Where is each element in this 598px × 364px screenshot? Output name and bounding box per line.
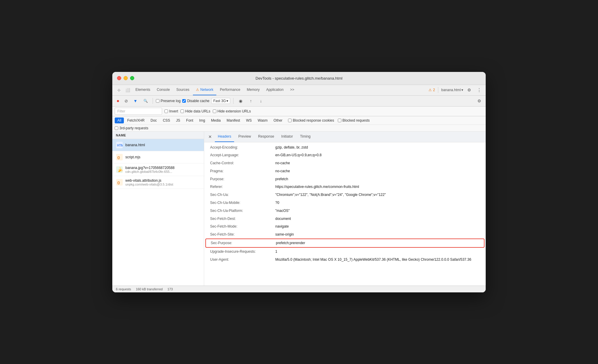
status-other: 173 (167, 287, 173, 291)
tab-console[interactable]: Console (154, 85, 173, 95)
filter-tab-css[interactable]: CSS (160, 117, 173, 123)
blocked-response-cookies-label[interactable]: Blocked response cookies (288, 118, 334, 123)
header-name: Purpose: (210, 177, 275, 182)
tab-sources[interactable]: Sources (173, 85, 192, 95)
filter-tab-all[interactable]: All (115, 117, 124, 123)
header-value: "macOS" (275, 208, 290, 213)
network-settings-button[interactable]: ⚙ (475, 97, 483, 105)
invert-label[interactable]: Invert (164, 109, 178, 113)
toolbar-separator (438, 87, 438, 93)
device-icon: ⬜ (125, 88, 130, 92)
tab-performance[interactable]: Performance (217, 85, 243, 95)
headers-panel: ✕ Headers Preview Response Initiator (204, 132, 486, 286)
header-row: Sec-Ch-Ua:"Chromium";v="122", "Not(A:Bra… (205, 191, 485, 199)
filter-tab-fetch-xhr[interactable]: Fetch/XHR (124, 117, 147, 123)
tab-application[interactable]: Application (263, 85, 287, 95)
filter-tab-fetch-xhr-label: Fetch/XHR (127, 118, 145, 123)
filter-tab-img[interactable]: Img (196, 117, 208, 123)
devtools-settings-button[interactable]: ⚙ (465, 86, 473, 94)
file-item-script-mjs[interactable]: {} script.mjs (112, 151, 204, 163)
file-item-banana-html[interactable]: HTML banana.html (112, 139, 204, 151)
headers-tab-initiator[interactable]: Initiator (278, 131, 296, 142)
download-icon-button[interactable]: ↓ (257, 97, 265, 105)
invert-checkbox[interactable] (164, 109, 168, 113)
header-name: Referer: (210, 184, 275, 189)
third-party-label[interactable]: 3rd-party requests (115, 126, 148, 130)
throttle-selector[interactable]: Fast 3G ▾ (211, 98, 231, 104)
headers-tab-preview[interactable]: Preview (235, 131, 254, 142)
header-name: Accept-Language: (210, 153, 275, 158)
disable-cache-checkbox[interactable] (182, 99, 186, 103)
file-item-web-vitals-js[interactable]: {} web-vitals.attribution.js unpkg.com/w… (112, 176, 204, 189)
top-toolbar: ⊹ ⬜ Elements Console Sources ⚠ Network P… (112, 85, 486, 96)
more-options-button[interactable]: ⋮ (475, 86, 483, 94)
hide-extension-urls-checkbox[interactable] (213, 109, 216, 113)
warning-badge-button[interactable]: ⚠ 2 (428, 88, 435, 92)
warning-count: 2 (433, 88, 435, 92)
headers-tab-headers[interactable]: Headers (215, 131, 234, 142)
main-content: Name HTML banana.html (112, 132, 486, 286)
header-value: Mozilla/5.0 (Macintosh; Intel Mac OS X 1… (275, 257, 471, 262)
minimize-button[interactable] (124, 76, 128, 80)
blocked-requests-checkbox[interactable] (338, 119, 341, 122)
filter-tab-other[interactable]: Other (271, 117, 285, 123)
device-toolbar-button[interactable]: ⬜ (124, 86, 132, 94)
preserve-log-checkbox[interactable] (156, 99, 159, 103)
record-button[interactable]: ● (115, 98, 121, 104)
filter-input[interactable] (115, 108, 162, 115)
filter-tab-font[interactable]: Font (183, 117, 196, 123)
header-value: no-cache (275, 169, 290, 174)
throttle-label: Fast 3G (213, 99, 226, 103)
tab-network[interactable]: ⚠ Network (193, 85, 216, 95)
blocked-requests-label[interactable]: Blocked requests (338, 118, 370, 123)
filter-tab-manifest[interactable]: Manifest (224, 117, 243, 123)
headers-tab-response[interactable]: Response (255, 131, 277, 142)
third-party-checkbox[interactable] (115, 126, 118, 130)
img-file-icon: 🍌 (116, 166, 123, 173)
search-button[interactable]: 🔍 (141, 97, 150, 105)
header-row: Purpose:prefetch (205, 175, 485, 183)
preserve-log-label[interactable]: Preserve log (156, 99, 180, 103)
file-item-banana-jpg[interactable]: 🍌 banana.jpg?v=1705668720588 cdn.glitch.… (112, 163, 204, 176)
record-icon: ● (116, 98, 119, 104)
upload-icon-button[interactable]: ↑ (247, 97, 255, 105)
tab-memory[interactable]: Memory (244, 85, 263, 95)
headers-tab-timing[interactable]: Timing (297, 131, 314, 142)
filter-tab-js-label: JS (176, 118, 180, 123)
throttle-chevron-icon: ▾ (226, 99, 228, 103)
devtools-window: DevTools - speculative-rules.glitch.me/b… (112, 72, 486, 292)
filter-tab-media-label: Media (211, 118, 221, 123)
filter-tab-wasm[interactable]: Wasm (255, 117, 271, 123)
fullscreen-button[interactable] (130, 76, 134, 80)
hide-data-urls-checkbox[interactable] (180, 109, 184, 113)
hide-extension-urls-label[interactable]: Hide extension URLs (213, 109, 251, 113)
clear-icon: ⊘ (124, 99, 128, 103)
disable-cache-label[interactable]: Disable cache (182, 99, 209, 103)
filter-tab-ws[interactable]: WS (243, 117, 254, 123)
filter-tab-media[interactable]: Media (208, 117, 223, 123)
headers-close-button[interactable]: ✕ (207, 133, 214, 140)
header-name: Sec-Fetch-Dest: (210, 216, 275, 221)
warning-icon: ⚠ (428, 88, 432, 92)
headers-tab-response-label: Response (258, 134, 274, 138)
header-value: "Chromium";v="122", "Not(A:Brand";v="24"… (275, 192, 386, 197)
close-button[interactable] (117, 76, 121, 80)
page-selector-button[interactable]: banana.html ▾ (441, 88, 463, 92)
clear-button[interactable]: ⊘ (123, 98, 129, 104)
header-name: Pragma: (210, 169, 275, 174)
filter-tab-js[interactable]: JS (173, 117, 183, 123)
filter-button[interactable]: ▼ (131, 97, 140, 105)
blocked-response-cookies-checkbox[interactable] (288, 119, 292, 122)
hide-data-urls-label[interactable]: Hide data URLs (180, 109, 210, 113)
header-value: document (275, 216, 291, 221)
filter-tab-doc[interactable]: Doc (148, 117, 159, 123)
second-toolbar-sep (153, 98, 153, 104)
wifi-icon-button[interactable]: ◉ (236, 97, 245, 105)
file-name-script-mjs: script.mjs (125, 155, 200, 159)
tab-more[interactable]: >> (287, 85, 297, 95)
filter-tab-other-label: Other (274, 118, 282, 123)
inspect-element-button[interactable]: ⊹ (115, 86, 123, 94)
file-list-header: Name (112, 132, 204, 139)
tab-elements[interactable]: Elements (132, 85, 153, 95)
headers-tabs: ✕ Headers Preview Response Initiator (204, 132, 486, 142)
